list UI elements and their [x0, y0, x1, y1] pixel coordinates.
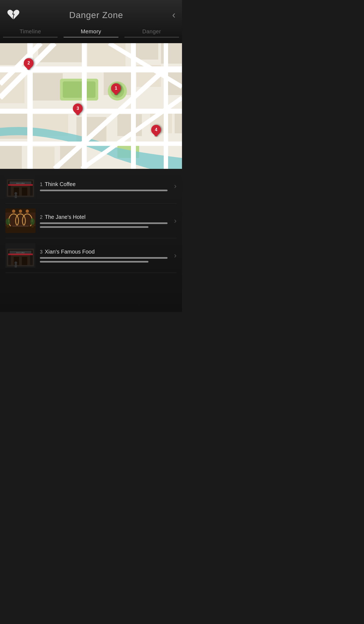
svg-text:think coffee: think coffee — [16, 183, 25, 184]
place-name-row: 2 The Jane's Hotel — [40, 214, 168, 220]
svg-rect-22 — [175, 111, 182, 133]
svg-rect-70 — [22, 257, 27, 265]
place-info-2: 2 The Jane's Hotel — [40, 214, 168, 228]
tab-memory[interactable]: Memory — [61, 28, 121, 43]
place-number: 3 — [40, 249, 43, 255]
svg-rect-4 — [87, 43, 126, 68]
svg-point-57 — [12, 210, 15, 213]
page-title: Danger Zone — [69, 10, 123, 20]
svg-rect-49 — [8, 184, 33, 186]
tab-danger-label: Danger — [142, 28, 161, 35]
svg-rect-29 — [131, 43, 136, 169]
tab-memory-label: Memory — [81, 28, 101, 35]
place-info-1: 1 Think Coffee — [40, 181, 168, 191]
place-name: Think Coffee — [45, 181, 76, 187]
map-view[interactable]: 1 2 3 4 — [0, 43, 182, 169]
svg-point-59 — [26, 210, 29, 213]
place-detail-bar-2b — [40, 226, 148, 228]
tab-danger-underline — [124, 37, 179, 37]
svg-point-47 — [14, 192, 17, 195]
tab-timeline-underline — [3, 37, 58, 37]
map-pin-3[interactable]: 3 — [73, 104, 83, 115]
place-number: 1 — [40, 182, 43, 187]
tab-timeline-label: Timeline — [20, 28, 41, 35]
place-list: think coffee 1 Think Coffee › — [0, 169, 182, 312]
svg-rect-74 — [15, 264, 17, 267]
svg-point-61 — [6, 218, 10, 225]
svg-rect-17 — [0, 144, 22, 169]
place-number: 2 — [40, 214, 43, 220]
place-name-row: 1 Think Coffee — [40, 181, 168, 187]
place-detail-bar-2a — [40, 222, 168, 224]
svg-rect-48 — [15, 195, 17, 198]
place-detail-bar-3a — [40, 257, 168, 259]
svg-rect-64 — [12, 225, 29, 227]
list-item[interactable]: think coffee 1 Think Coffee › — [5, 169, 177, 204]
chevron-icon-1[interactable]: › — [172, 182, 177, 190]
list-item[interactable]: think coffee 3 Xian's Famous Food › — [5, 238, 177, 273]
place-info-3: 3 Xian's Famous Food — [40, 249, 168, 263]
svg-point-73 — [14, 261, 17, 264]
back-button[interactable]: ‹ — [172, 9, 175, 21]
tab-memory-underline — [64, 37, 118, 37]
svg-rect-10 — [63, 81, 96, 98]
app-logo — [7, 8, 20, 22]
place-detail-bar-1 — [40, 190, 168, 191]
place-name-row: 3 Xian's Famous Food — [40, 249, 168, 255]
place-name: Xian's Famous Food — [45, 249, 95, 255]
svg-rect-8 — [30, 73, 63, 101]
place-detail-bar-3b — [40, 261, 148, 263]
map-pin-1[interactable]: 1 — [111, 83, 121, 95]
svg-rect-55 — [5, 226, 35, 233]
svg-text:think coffee: think coffee — [16, 252, 25, 254]
svg-rect-75 — [8, 254, 33, 255]
svg-rect-44 — [22, 187, 27, 196]
svg-point-63 — [30, 218, 35, 225]
map-pin-2[interactable]: 2 — [24, 58, 34, 70]
place-name: The Jane's Hotel — [45, 214, 85, 220]
place-thumbnail-2 — [5, 208, 35, 233]
chevron-icon-3[interactable]: › — [172, 251, 177, 260]
tab-timeline[interactable]: Timeline — [0, 28, 61, 43]
tab-bar: Timeline Memory Danger — [0, 25, 182, 43]
chevron-icon-2[interactable]: › — [172, 216, 177, 225]
place-thumbnail-1: think coffee — [5, 174, 35, 198]
map-pin-4[interactable]: 4 — [151, 125, 161, 137]
svg-point-58 — [19, 210, 22, 213]
header: Danger Zone ‹ — [0, 0, 182, 25]
tab-danger[interactable]: Danger — [121, 28, 182, 43]
place-thumbnail-3: think coffee — [5, 243, 35, 268]
list-item[interactable]: 2 The Jane's Hotel › — [5, 204, 177, 238]
